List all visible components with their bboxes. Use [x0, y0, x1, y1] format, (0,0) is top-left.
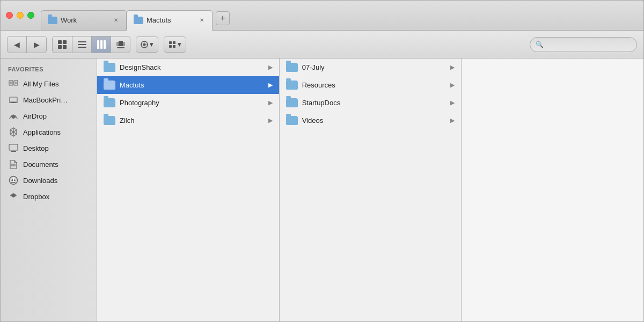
folder-name-07-july: 07-July	[302, 63, 447, 71]
tab-folder-icon	[48, 17, 57, 24]
folder-icon-resources	[286, 80, 298, 90]
action-button[interactable]: ▾	[136, 36, 158, 53]
folder-item-resources[interactable]: Resources ▶	[280, 76, 462, 94]
folder-item-mactuts[interactable]: Mactuts ▶	[97, 76, 279, 94]
close-button[interactable]	[6, 12, 13, 19]
chevron-startupdocs: ▶	[450, 99, 455, 106]
folder-item-designshack[interactable]: DesignShack ▶	[97, 58, 279, 76]
search-icon: 🔍	[536, 41, 544, 48]
svg-rect-10	[119, 41, 123, 46]
dropbox-label: Dropbox	[23, 193, 49, 201]
folder-name-videos: Videos	[302, 116, 447, 125]
view-icon-button[interactable]	[53, 36, 72, 53]
svg-rect-8	[100, 40, 103, 49]
folder-item-startupdocs[interactable]: StartupDocs ▶	[280, 94, 462, 112]
folder-icon-07-july	[286, 63, 298, 72]
folder-name-photography: Photography	[120, 99, 264, 107]
view-column-button[interactable]	[91, 36, 111, 53]
svg-rect-5	[78, 44, 86, 45]
search-box[interactable]: 🔍	[530, 37, 637, 52]
macbookpri-icon	[8, 94, 19, 105]
sidebar-item-downloads[interactable]: Downloads	[1, 172, 97, 188]
folder-item-zilch[interactable]: Zilch ▶	[97, 112, 279, 129]
view-buttons	[52, 36, 130, 53]
folder-item-07-july[interactable]: 07-July ▶	[280, 58, 462, 76]
svg-rect-4	[78, 41, 86, 42]
airdrop-icon	[8, 111, 19, 121]
svg-rect-40	[11, 151, 16, 152]
chevron-resources: ▶	[450, 82, 455, 89]
folder-item-photography[interactable]: Photography ▶	[97, 94, 279, 112]
folder-icon-mactuts	[104, 80, 115, 90]
svg-rect-22	[169, 45, 172, 48]
applications-label: Applications	[23, 128, 61, 136]
all-my-files-label: All My Files	[23, 80, 58, 88]
chevron-videos: ▶	[450, 117, 455, 124]
svg-rect-11	[116, 42, 119, 46]
svg-rect-6	[78, 47, 86, 48]
folder-pane-2: 07-July ▶ Resources ▶ StartupDocs ▶ Vide…	[280, 58, 462, 321]
tab-mactuts[interactable]: Mactuts ✕	[127, 10, 213, 31]
documents-icon	[8, 159, 19, 170]
sidebar-item-airdrop[interactable]: AirDrop	[1, 108, 97, 124]
airdrop-label: AirDrop	[23, 112, 47, 120]
main-content: FAVORITES All My Files	[1, 58, 643, 321]
svg-rect-1	[63, 40, 67, 44]
folder-item-videos[interactable]: Videos ▶	[280, 112, 462, 129]
sidebar-item-macbookpri[interactable]: MacBookPri…	[1, 92, 97, 108]
toolbar: ◀ ▶	[1, 31, 643, 58]
tab-mactuts-label: Mactuts	[147, 16, 171, 24]
svg-rect-21	[173, 41, 175, 44]
dropbox-icon	[8, 191, 19, 202]
applications-icon	[8, 127, 19, 137]
svg-marker-47	[10, 193, 17, 200]
svg-rect-23	[173, 45, 175, 48]
tab-work-label: Work	[61, 16, 77, 24]
maximize-button[interactable]	[27, 12, 34, 19]
chevron-photography: ▶	[268, 99, 273, 106]
minimize-button[interactable]	[17, 12, 24, 19]
title-bar: Work ✕ Mactuts ✕ +	[1, 1, 643, 31]
svg-rect-38	[9, 144, 18, 150]
chevron-zilch: ▶	[268, 117, 273, 124]
svg-rect-45	[13, 178, 14, 181]
svg-rect-3	[63, 45, 67, 49]
folder-name-startupdocs: StartupDocs	[302, 99, 447, 107]
desktop-label: Desktop	[23, 144, 49, 152]
sidebar-item-all-my-files[interactable]: All My Files	[1, 76, 97, 92]
view-list-button[interactable]	[72, 36, 91, 53]
svg-rect-2	[58, 45, 62, 49]
svg-point-15	[143, 43, 146, 46]
folder-icon-startupdocs	[286, 98, 298, 107]
sidebar-item-desktop[interactable]: Desktop	[1, 140, 97, 156]
folder-icon-videos	[286, 116, 298, 125]
new-tab-button[interactable]: +	[216, 11, 230, 25]
view-coverflow-button[interactable]	[111, 36, 130, 53]
downloads-icon	[8, 175, 19, 186]
tab-mactuts-folder-icon	[134, 17, 143, 24]
tab-mactuts-close[interactable]: ✕	[198, 17, 206, 24]
nav-buttons: ◀ ▶	[7, 36, 47, 53]
folder-name-resources: Resources	[302, 81, 447, 89]
arrange-button[interactable]: ▾	[164, 36, 186, 53]
macbookpri-label: MacBookPri…	[23, 96, 68, 104]
sidebar-item-applications[interactable]: Applications	[1, 124, 97, 140]
back-button[interactable]: ◀	[8, 36, 27, 53]
svg-rect-9	[104, 40, 106, 49]
all-my-files-icon	[8, 78, 19, 89]
forward-button[interactable]: ▶	[27, 36, 46, 53]
svg-rect-30	[10, 97, 17, 102]
sidebar-item-documents[interactable]: Documents	[1, 156, 97, 172]
svg-rect-0	[58, 40, 62, 44]
tab-work[interactable]: Work ✕	[41, 10, 127, 31]
downloads-label: Downloads	[23, 177, 57, 185]
folder-pane-3	[462, 58, 643, 321]
traffic-lights	[6, 12, 34, 19]
sidebar-item-dropbox[interactable]: Dropbox	[1, 188, 97, 204]
folder-name-mactuts: Mactuts	[120, 81, 264, 89]
tab-work-close[interactable]: ✕	[112, 17, 120, 24]
folder-panes: DesignShack ▶ Mactuts ▶ Photography ▶ Zi…	[97, 58, 643, 321]
svg-rect-7	[97, 40, 99, 49]
folder-icon-zilch	[104, 116, 115, 125]
sidebar: FAVORITES All My Files	[1, 58, 97, 321]
